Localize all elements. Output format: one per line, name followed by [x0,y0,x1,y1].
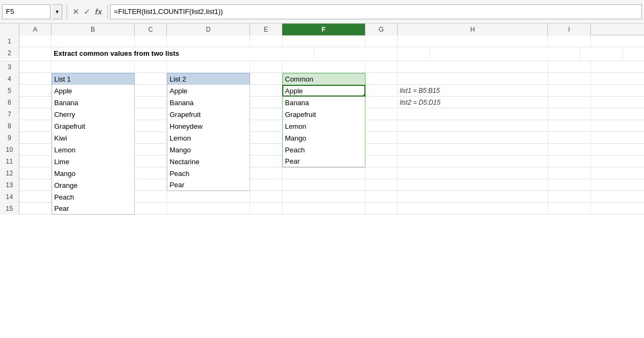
cell-ref-dropdown[interactable]: ▼ [53,4,62,19]
r8-c[interactable] [135,120,167,132]
r11-h[interactable] [398,156,548,167]
r6-f[interactable]: Banana [282,97,365,108]
r13-i[interactable] [548,179,591,191]
r9-h[interactable] [398,132,548,144]
r1-e[interactable] [250,35,282,47]
r9-d[interactable]: Lemon [167,132,250,144]
r4-a[interactable] [19,73,52,85]
r3-i[interactable] [548,61,591,73]
r14-g[interactable] [365,191,398,203]
r3-f[interactable] [282,61,365,73]
r4-d[interactable]: List 2 [167,73,250,85]
r1-a[interactable] [19,35,52,47]
r4-e[interactable] [250,73,282,85]
r12-e[interactable] [250,167,282,179]
r7-f[interactable]: Grapefruit [282,108,365,120]
r2-b[interactable]: Extract common values from two lists [52,47,282,59]
r9-b[interactable]: Kiwi [52,132,135,144]
r12-d[interactable]: Peach [167,167,250,179]
r8-g[interactable] [365,120,398,132]
col-header-g[interactable]: G [365,24,398,35]
r6-g[interactable] [365,97,398,108]
r13-h[interactable] [398,179,548,191]
r1-i[interactable] [548,35,591,47]
r9-f[interactable]: Mango [282,132,365,144]
r3-b[interactable] [52,61,135,73]
r2-i[interactable] [580,47,623,59]
r4-i[interactable] [548,73,591,85]
r7-i[interactable] [548,108,591,120]
fx-icon[interactable]: fx [95,7,102,16]
r7-c[interactable] [135,108,167,120]
r7-e[interactable] [250,108,282,120]
r6-i[interactable] [548,97,591,108]
r11-g[interactable] [365,156,398,167]
r8-e[interactable] [250,120,282,132]
r12-h[interactable] [398,167,548,179]
r3-h[interactable] [398,61,548,73]
r4-h[interactable] [398,73,548,85]
r8-b[interactable]: Grapefruit [52,120,135,132]
r5-a[interactable] [19,85,52,97]
r5-c[interactable] [135,85,167,97]
r12-g[interactable] [365,167,398,179]
col-header-f[interactable]: F [282,24,365,35]
r5-h[interactable]: list1 = B5:B15 [398,85,548,97]
r6-a[interactable] [19,97,52,108]
formula-input[interactable] [110,4,642,19]
active-cell-handle[interactable] [363,94,365,97]
col-header-i[interactable]: I [548,24,591,35]
r12-f[interactable] [282,167,365,179]
r15-i[interactable] [548,203,591,215]
col-header-b[interactable]: B [52,24,135,35]
r13-d[interactable]: Pear [167,179,250,191]
r2-e[interactable] [282,47,314,59]
r12-a[interactable] [19,167,52,179]
r9-c[interactable] [135,132,167,144]
r14-d[interactable] [167,191,250,203]
col-header-d[interactable]: D [167,24,250,35]
r13-a[interactable] [19,179,52,191]
r15-a[interactable] [19,203,52,215]
r5-g[interactable] [365,85,398,97]
r7-h[interactable] [398,108,548,120]
r6-d[interactable]: Banana [167,97,250,108]
r1-d[interactable] [167,35,250,47]
r1-g[interactable] [365,35,398,47]
r13-c[interactable] [135,179,167,191]
r4-g[interactable] [365,73,398,85]
r11-f[interactable]: Pear [282,156,365,167]
r15-e[interactable] [250,203,282,215]
r12-b[interactable]: Mango [52,167,135,179]
r2-a[interactable] [19,47,52,59]
r10-i[interactable] [548,144,591,156]
r15-f[interactable] [282,203,365,215]
r1-c[interactable] [135,35,167,47]
r15-c[interactable] [135,203,167,215]
r6-h[interactable]: list2 = D5:D15 [398,97,548,108]
r13-f[interactable] [282,179,365,191]
r10-b[interactable]: Lemon [52,144,135,156]
r15-b[interactable]: Pear [52,203,135,215]
col-header-h[interactable]: H [398,24,548,35]
r10-g[interactable] [365,144,398,156]
r3-g[interactable] [365,61,398,73]
r11-a[interactable] [19,156,52,167]
r1-f[interactable] [282,35,365,47]
r8-d[interactable]: Honeydew [167,120,250,132]
r15-g[interactable] [365,203,398,215]
col-header-c[interactable]: C [135,24,167,35]
r5-i[interactable] [548,85,591,97]
r6-b[interactable]: Banana [52,97,135,108]
r11-e[interactable] [250,156,282,167]
r4-c[interactable] [135,73,167,85]
r11-c[interactable] [135,156,167,167]
r2-g[interactable] [398,47,430,59]
r7-a[interactable] [19,108,52,120]
r14-i[interactable] [548,191,591,203]
r14-f[interactable] [282,191,365,203]
r8-h[interactable] [398,120,548,132]
r2-f[interactable] [314,47,398,59]
r5-f[interactable]: Apple [282,85,365,97]
r8-f[interactable]: Lemon [282,120,365,132]
